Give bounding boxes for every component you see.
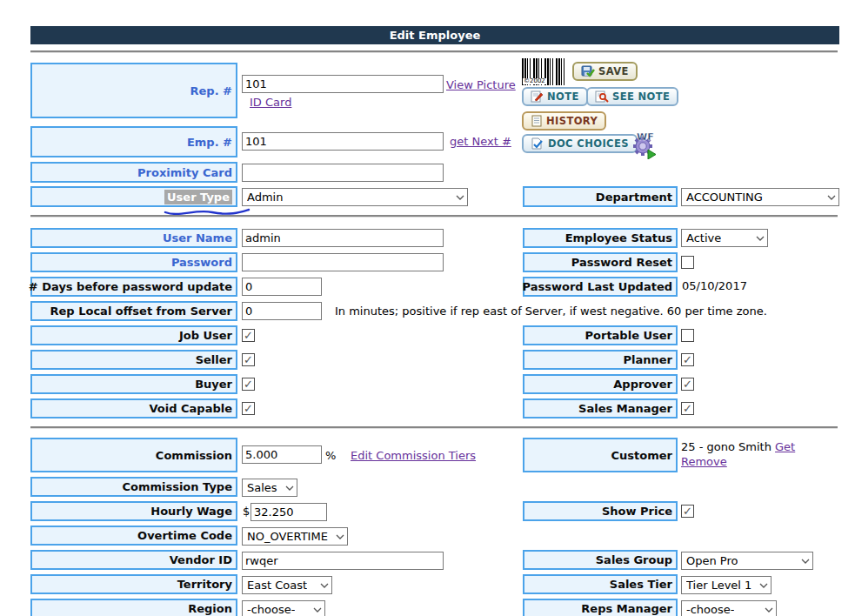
buyer-checkbox[interactable] — [242, 378, 255, 391]
job-user-checkbox[interactable] — [242, 329, 255, 342]
rep-local-offset-note: In minutes; positive if rep east of Serv… — [335, 305, 767, 318]
chevron-down-icon — [824, 195, 836, 200]
territory-label: Territory — [30, 574, 237, 594]
sales-manager-checkbox[interactable] — [681, 402, 694, 415]
buyer-label: Buyer — [30, 374, 237, 394]
rep-number-label: Rep. # — [30, 63, 237, 118]
chevron-down-icon — [317, 583, 329, 588]
days-before-password-update-input[interactable] — [242, 278, 322, 296]
proximity-card-label: Proximity Card — [30, 162, 237, 183]
divider — [30, 50, 838, 53]
show-price-label: Show Price — [523, 501, 678, 521]
view-picture-link[interactable]: View Picture — [446, 78, 516, 91]
see-note-button-label: SEE NOTE — [612, 90, 670, 103]
hourly-wage-label: Hourly Wage — [30, 501, 237, 521]
history-button[interactable]: HISTORY — [522, 111, 606, 131]
chevron-down-icon — [282, 485, 294, 491]
commission-type-label: Commission Type — [30, 477, 237, 497]
hourly-wage-input[interactable] — [250, 503, 327, 521]
chevron-down-icon — [752, 236, 765, 241]
save-button[interactable]: SAVE — [572, 62, 638, 81]
vendor-id-input[interactable] — [242, 552, 444, 570]
password-reset-label: Password Reset — [523, 252, 678, 272]
password-reset-checkbox[interactable] — [681, 256, 694, 269]
sales-manager-label: Sales Manager — [523, 398, 678, 418]
rep-local-offset-input[interactable] — [242, 302, 322, 320]
chevron-down-icon — [332, 534, 344, 539]
days-before-password-update-label: # Days before password update — [30, 277, 237, 297]
history-icon — [531, 115, 543, 127]
rep-local-offset-label: Rep Local offset from Server — [30, 301, 237, 321]
portable-user-checkbox[interactable] — [681, 329, 694, 342]
seller-checkbox[interactable] — [242, 353, 255, 366]
sales-group-select[interactable]: Open Pro — [681, 552, 813, 570]
rep-number-input[interactable] — [242, 75, 444, 93]
id-card-link[interactable]: ID Card — [250, 96, 291, 109]
edit-employee-page: Edit Employee Rep. # View Picture ID Car… — [0, 0, 855, 616]
sales-group-selected-value: Open Pro — [686, 554, 738, 567]
save-icon — [581, 65, 595, 77]
chevron-down-icon — [310, 607, 322, 613]
workflow-button[interactable]: WF — [630, 130, 659, 159]
password-input[interactable] — [242, 253, 444, 271]
planner-checkbox[interactable] — [681, 353, 694, 366]
chevron-down-icon — [798, 559, 810, 564]
employee-status-select[interactable]: Active — [681, 229, 768, 247]
emp-number-input[interactable] — [242, 132, 444, 151]
territory-select[interactable]: East Coast — [242, 576, 332, 594]
employee-status-selected-value: Active — [686, 231, 721, 244]
proximity-card-input[interactable] — [242, 164, 444, 182]
password-last-updated-value: 05/10/2017 — [682, 279, 747, 292]
user-type-select[interactable]: Admin — [242, 188, 468, 206]
edit-commission-tiers-link[interactable]: Edit Commission Tiers — [351, 449, 476, 462]
sales-tier-select[interactable]: Tier Level 1 — [681, 576, 772, 594]
customer-remove-link[interactable]: Remove — [681, 455, 727, 468]
get-next-number-link[interactable]: get Next # — [450, 135, 511, 148]
see-note-button[interactable]: SEE NOTE — [586, 87, 678, 106]
approver-checkbox[interactable] — [681, 378, 694, 391]
department-select[interactable]: ACCOUNTING — [681, 188, 839, 206]
user-type-label: User Type — [30, 186, 237, 207]
void-capable-checkbox[interactable] — [242, 402, 255, 415]
user-type-label-highlight: User Type — [164, 190, 232, 204]
chevron-down-icon — [756, 583, 768, 588]
department-label: Department — [523, 186, 678, 207]
workflow-label: WF — [637, 131, 654, 143]
reps-manager-label: Reps Manager — [523, 599, 678, 616]
barcode-label: ©2002 — [523, 78, 546, 84]
show-price-checkbox[interactable] — [681, 505, 694, 518]
history-button-label: HISTORY — [546, 115, 598, 127]
doc-choices-icon — [531, 137, 544, 150]
commission-input[interactable] — [242, 445, 322, 464]
sales-tier-label: Sales Tier — [523, 574, 678, 594]
job-user-label: Job User — [30, 325, 237, 345]
seller-label: Seller — [30, 350, 237, 370]
divider — [30, 215, 838, 218]
commission-type-selected-value: Sales — [247, 481, 277, 494]
territory-selected-value: East Coast — [247, 579, 307, 592]
note-button-label: NOTE — [547, 90, 579, 103]
void-capable-label: Void Capable — [30, 398, 237, 418]
password-label: Password — [30, 252, 237, 272]
note-icon — [531, 90, 544, 103]
user-name-label: User Name — [30, 228, 237, 248]
portable-user-label: Portable User — [523, 325, 678, 345]
commission-unit: % — [325, 449, 336, 462]
doc-choices-button[interactable]: DOC CHOICES — [522, 134, 638, 153]
customer-label: Customer — [523, 438, 678, 472]
employee-status-label: Employee Status — [523, 228, 678, 248]
doc-choices-button-label: DOC CHOICES — [548, 137, 629, 150]
sales-tier-selected-value: Tier Level 1 — [686, 579, 751, 592]
department-selected-value: ACCOUNTING — [686, 191, 763, 204]
region-label: Region — [30, 599, 237, 616]
user-name-input[interactable] — [242, 229, 444, 247]
commission-type-select[interactable]: Sales — [242, 479, 297, 497]
vendor-id-label: Vendor ID — [30, 550, 237, 570]
reps-manager-select[interactable]: -choose- — [681, 600, 777, 616]
reps-manager-selected-value: -choose- — [686, 603, 734, 616]
note-button[interactable]: NOTE — [522, 87, 588, 106]
region-select[interactable]: -choose- — [242, 600, 325, 616]
customer-get-link[interactable]: Get — [775, 440, 795, 453]
hourly-wage-currency: $ — [243, 505, 250, 518]
overtime-code-select[interactable]: NO_OVERTIME — [242, 527, 348, 546]
